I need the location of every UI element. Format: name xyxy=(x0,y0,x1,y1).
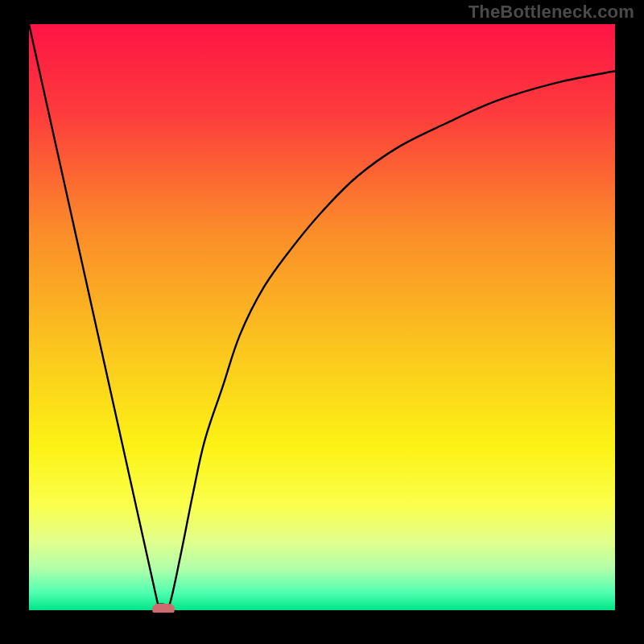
axis-baseline xyxy=(29,613,615,615)
plot-area xyxy=(29,24,615,615)
watermark-text: TheBottleneck.com xyxy=(469,2,634,23)
chart-frame: TheBottleneck.com xyxy=(0,0,644,644)
bottleneck-curve xyxy=(29,24,615,610)
